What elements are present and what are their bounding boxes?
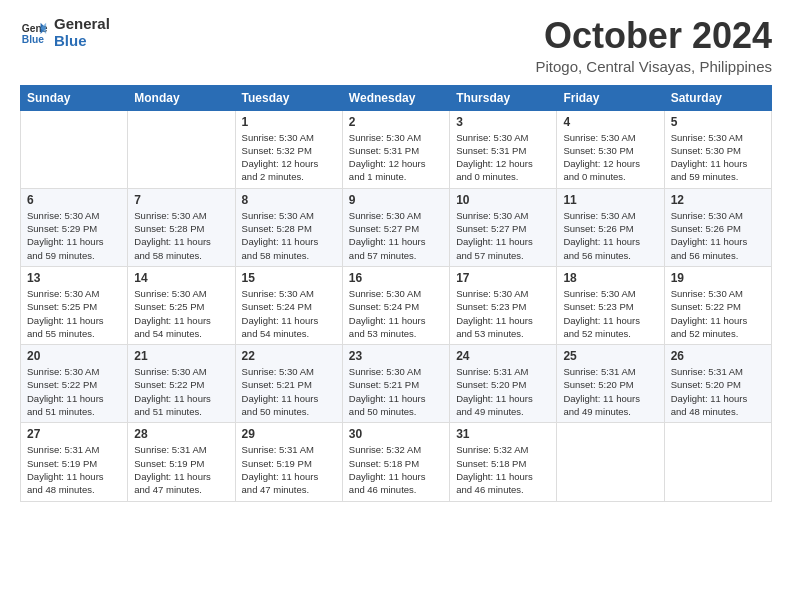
day-info: Sunrise: 5:31 AM Sunset: 5:19 PM Dayligh… bbox=[242, 443, 336, 496]
calendar-cell: 11Sunrise: 5:30 AM Sunset: 5:26 PM Dayli… bbox=[557, 188, 664, 266]
day-info: Sunrise: 5:31 AM Sunset: 5:20 PM Dayligh… bbox=[671, 365, 765, 418]
day-number: 20 bbox=[27, 349, 121, 363]
calendar-cell bbox=[664, 423, 771, 501]
calendar-week-row: 6Sunrise: 5:30 AM Sunset: 5:29 PM Daylig… bbox=[21, 188, 772, 266]
day-info: Sunrise: 5:30 AM Sunset: 5:22 PM Dayligh… bbox=[671, 287, 765, 340]
day-info: Sunrise: 5:30 AM Sunset: 5:31 PM Dayligh… bbox=[456, 131, 550, 184]
day-info: Sunrise: 5:30 AM Sunset: 5:25 PM Dayligh… bbox=[27, 287, 121, 340]
calendar-cell: 16Sunrise: 5:30 AM Sunset: 5:24 PM Dayli… bbox=[342, 266, 449, 344]
day-number: 25 bbox=[563, 349, 657, 363]
day-number: 12 bbox=[671, 193, 765, 207]
calendar-cell: 7Sunrise: 5:30 AM Sunset: 5:28 PM Daylig… bbox=[128, 188, 235, 266]
day-number: 14 bbox=[134, 271, 228, 285]
day-info: Sunrise: 5:30 AM Sunset: 5:29 PM Dayligh… bbox=[27, 209, 121, 262]
calendar-cell: 4Sunrise: 5:30 AM Sunset: 5:30 PM Daylig… bbox=[557, 110, 664, 188]
day-info: Sunrise: 5:30 AM Sunset: 5:22 PM Dayligh… bbox=[27, 365, 121, 418]
weekday-header-monday: Monday bbox=[128, 85, 235, 110]
month-title: October 2024 bbox=[535, 16, 772, 56]
day-info: Sunrise: 5:31 AM Sunset: 5:20 PM Dayligh… bbox=[563, 365, 657, 418]
day-info: Sunrise: 5:30 AM Sunset: 5:21 PM Dayligh… bbox=[349, 365, 443, 418]
day-number: 27 bbox=[27, 427, 121, 441]
calendar-cell: 3Sunrise: 5:30 AM Sunset: 5:31 PM Daylig… bbox=[450, 110, 557, 188]
day-info: Sunrise: 5:30 AM Sunset: 5:30 PM Dayligh… bbox=[671, 131, 765, 184]
weekday-header-wednesday: Wednesday bbox=[342, 85, 449, 110]
weekday-header-friday: Friday bbox=[557, 85, 664, 110]
calendar-cell: 20Sunrise: 5:30 AM Sunset: 5:22 PM Dayli… bbox=[21, 345, 128, 423]
day-info: Sunrise: 5:30 AM Sunset: 5:22 PM Dayligh… bbox=[134, 365, 228, 418]
header: General Blue General Blue October 2024 P… bbox=[20, 16, 772, 75]
svg-text:Blue: Blue bbox=[22, 34, 45, 45]
logo-icon: General Blue bbox=[20, 19, 48, 47]
calendar-cell: 10Sunrise: 5:30 AM Sunset: 5:27 PM Dayli… bbox=[450, 188, 557, 266]
day-number: 7 bbox=[134, 193, 228, 207]
calendar-cell: 21Sunrise: 5:30 AM Sunset: 5:22 PM Dayli… bbox=[128, 345, 235, 423]
calendar-cell bbox=[21, 110, 128, 188]
calendar-week-row: 27Sunrise: 5:31 AM Sunset: 5:19 PM Dayli… bbox=[21, 423, 772, 501]
day-number: 18 bbox=[563, 271, 657, 285]
calendar-cell: 1Sunrise: 5:30 AM Sunset: 5:32 PM Daylig… bbox=[235, 110, 342, 188]
calendar-cell: 2Sunrise: 5:30 AM Sunset: 5:31 PM Daylig… bbox=[342, 110, 449, 188]
day-info: Sunrise: 5:30 AM Sunset: 5:26 PM Dayligh… bbox=[563, 209, 657, 262]
calendar-cell: 28Sunrise: 5:31 AM Sunset: 5:19 PM Dayli… bbox=[128, 423, 235, 501]
day-number: 26 bbox=[671, 349, 765, 363]
calendar-cell: 12Sunrise: 5:30 AM Sunset: 5:26 PM Dayli… bbox=[664, 188, 771, 266]
calendar-cell: 27Sunrise: 5:31 AM Sunset: 5:19 PM Dayli… bbox=[21, 423, 128, 501]
day-info: Sunrise: 5:32 AM Sunset: 5:18 PM Dayligh… bbox=[349, 443, 443, 496]
calendar-cell: 22Sunrise: 5:30 AM Sunset: 5:21 PM Dayli… bbox=[235, 345, 342, 423]
location-title: Pitogo, Central Visayas, Philippines bbox=[535, 58, 772, 75]
calendar-cell: 5Sunrise: 5:30 AM Sunset: 5:30 PM Daylig… bbox=[664, 110, 771, 188]
calendar-cell: 8Sunrise: 5:30 AM Sunset: 5:28 PM Daylig… bbox=[235, 188, 342, 266]
calendar-week-row: 1Sunrise: 5:30 AM Sunset: 5:32 PM Daylig… bbox=[21, 110, 772, 188]
logo-text-general: General bbox=[54, 16, 110, 33]
calendar-cell: 19Sunrise: 5:30 AM Sunset: 5:22 PM Dayli… bbox=[664, 266, 771, 344]
calendar-week-row: 13Sunrise: 5:30 AM Sunset: 5:25 PM Dayli… bbox=[21, 266, 772, 344]
calendar-cell: 18Sunrise: 5:30 AM Sunset: 5:23 PM Dayli… bbox=[557, 266, 664, 344]
weekday-header-row: SundayMondayTuesdayWednesdayThursdayFrid… bbox=[21, 85, 772, 110]
weekday-header-sunday: Sunday bbox=[21, 85, 128, 110]
day-number: 17 bbox=[456, 271, 550, 285]
day-info: Sunrise: 5:30 AM Sunset: 5:25 PM Dayligh… bbox=[134, 287, 228, 340]
day-info: Sunrise: 5:31 AM Sunset: 5:19 PM Dayligh… bbox=[134, 443, 228, 496]
day-info: Sunrise: 5:30 AM Sunset: 5:21 PM Dayligh… bbox=[242, 365, 336, 418]
day-number: 10 bbox=[456, 193, 550, 207]
day-number: 3 bbox=[456, 115, 550, 129]
day-info: Sunrise: 5:30 AM Sunset: 5:24 PM Dayligh… bbox=[242, 287, 336, 340]
day-number: 8 bbox=[242, 193, 336, 207]
page: General Blue General Blue October 2024 P… bbox=[0, 0, 792, 612]
day-info: Sunrise: 5:30 AM Sunset: 5:27 PM Dayligh… bbox=[349, 209, 443, 262]
day-number: 29 bbox=[242, 427, 336, 441]
day-info: Sunrise: 5:30 AM Sunset: 5:23 PM Dayligh… bbox=[563, 287, 657, 340]
day-info: Sunrise: 5:30 AM Sunset: 5:32 PM Dayligh… bbox=[242, 131, 336, 184]
day-number: 28 bbox=[134, 427, 228, 441]
title-block: October 2024 Pitogo, Central Visayas, Ph… bbox=[535, 16, 772, 75]
weekday-header-saturday: Saturday bbox=[664, 85, 771, 110]
day-number: 15 bbox=[242, 271, 336, 285]
calendar-cell: 6Sunrise: 5:30 AM Sunset: 5:29 PM Daylig… bbox=[21, 188, 128, 266]
day-number: 22 bbox=[242, 349, 336, 363]
calendar-cell bbox=[128, 110, 235, 188]
calendar-cell: 24Sunrise: 5:31 AM Sunset: 5:20 PM Dayli… bbox=[450, 345, 557, 423]
day-info: Sunrise: 5:30 AM Sunset: 5:26 PM Dayligh… bbox=[671, 209, 765, 262]
calendar-cell: 13Sunrise: 5:30 AM Sunset: 5:25 PM Dayli… bbox=[21, 266, 128, 344]
day-number: 13 bbox=[27, 271, 121, 285]
day-number: 9 bbox=[349, 193, 443, 207]
calendar-cell: 25Sunrise: 5:31 AM Sunset: 5:20 PM Dayli… bbox=[557, 345, 664, 423]
calendar-cell: 9Sunrise: 5:30 AM Sunset: 5:27 PM Daylig… bbox=[342, 188, 449, 266]
calendar-cell: 14Sunrise: 5:30 AM Sunset: 5:25 PM Dayli… bbox=[128, 266, 235, 344]
calendar-cell: 31Sunrise: 5:32 AM Sunset: 5:18 PM Dayli… bbox=[450, 423, 557, 501]
calendar-week-row: 20Sunrise: 5:30 AM Sunset: 5:22 PM Dayli… bbox=[21, 345, 772, 423]
day-number: 21 bbox=[134, 349, 228, 363]
day-number: 24 bbox=[456, 349, 550, 363]
day-number: 30 bbox=[349, 427, 443, 441]
day-info: Sunrise: 5:31 AM Sunset: 5:20 PM Dayligh… bbox=[456, 365, 550, 418]
day-number: 1 bbox=[242, 115, 336, 129]
logo-text-blue: Blue bbox=[54, 33, 110, 50]
day-info: Sunrise: 5:31 AM Sunset: 5:19 PM Dayligh… bbox=[27, 443, 121, 496]
calendar-table: SundayMondayTuesdayWednesdayThursdayFrid… bbox=[20, 85, 772, 502]
day-number: 11 bbox=[563, 193, 657, 207]
day-info: Sunrise: 5:30 AM Sunset: 5:24 PM Dayligh… bbox=[349, 287, 443, 340]
day-info: Sunrise: 5:30 AM Sunset: 5:27 PM Dayligh… bbox=[456, 209, 550, 262]
day-info: Sunrise: 5:30 AM Sunset: 5:30 PM Dayligh… bbox=[563, 131, 657, 184]
day-info: Sunrise: 5:30 AM Sunset: 5:23 PM Dayligh… bbox=[456, 287, 550, 340]
day-number: 19 bbox=[671, 271, 765, 285]
